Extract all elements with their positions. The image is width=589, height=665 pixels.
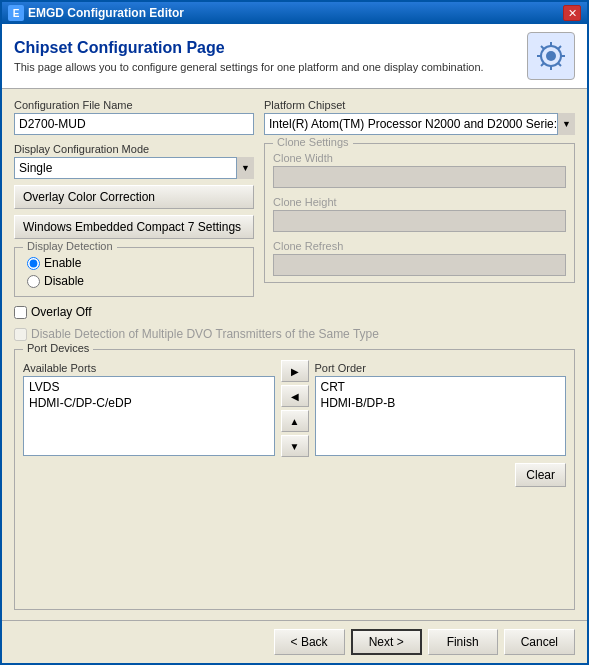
header-icon xyxy=(527,32,575,80)
config-file-input[interactable]: D2700-MUD xyxy=(14,113,254,135)
port-order-hdmi-b[interactable]: HDMI-B/DP-B xyxy=(318,395,564,411)
clear-row: Clear xyxy=(23,463,566,487)
svg-line-7 xyxy=(558,63,561,66)
page-header-text: Chipset Configuration Page This page all… xyxy=(14,39,484,73)
display-config-mode-select[interactable]: SingleCloneExtended xyxy=(14,157,254,179)
available-port-lvds[interactable]: LVDS xyxy=(26,379,272,395)
clone-width-group: Clone Width xyxy=(273,152,566,188)
port-devices-inner: Available Ports LVDS HDMI-C/DP-C/eDP ▶ ◀… xyxy=(23,356,566,457)
clone-height-group: Clone Height xyxy=(273,196,566,232)
disable-dvo-row: Disable Detection of Multiple DVO Transm… xyxy=(14,327,575,341)
title-bar-left: E EMGD Configuration Editor xyxy=(8,5,184,21)
main-window: E EMGD Configuration Editor ✕ Chipset Co… xyxy=(0,0,589,665)
clone-width-input xyxy=(273,166,566,188)
page-title: Chipset Configuration Page xyxy=(14,39,484,57)
port-order-listbox[interactable]: CRT HDMI-B/DP-B xyxy=(315,376,567,456)
config-file-label: Configuration File Name xyxy=(14,99,254,111)
move-right-button[interactable]: ▶ xyxy=(281,360,309,382)
clear-button[interactable]: Clear xyxy=(515,463,566,487)
clone-refresh-input xyxy=(273,254,566,276)
display-detection-group: Display Detection Enable Disable xyxy=(14,247,254,297)
disable-dvo-checkbox xyxy=(14,328,27,341)
enable-radio-label[interactable]: Enable xyxy=(27,256,245,270)
enable-radio[interactable] xyxy=(27,257,40,270)
available-port-hdmi-c[interactable]: HDMI-C/DP-C/eDP xyxy=(26,395,272,411)
middle-row: Display Configuration Mode SingleCloneEx… xyxy=(14,143,575,297)
right-col-2: Clone Settings Clone Width Clone Height … xyxy=(264,143,575,297)
clone-settings-group: Clone Settings Clone Width Clone Height … xyxy=(264,143,575,283)
overlay-off-checkbox[interactable] xyxy=(14,306,27,319)
move-left-button[interactable]: ◀ xyxy=(281,385,309,407)
page-header: Chipset Configuration Page This page all… xyxy=(2,24,587,89)
left-col: Configuration File Name D2700-MUD xyxy=(14,99,254,135)
config-file-group: Configuration File Name D2700-MUD xyxy=(14,99,254,135)
available-ports-listbox[interactable]: LVDS HDMI-C/DP-C/eDP xyxy=(23,376,275,456)
display-config-mode-select-wrapper: SingleCloneExtended ▼ xyxy=(14,157,254,179)
disable-radio-text: Disable xyxy=(44,274,84,288)
port-order-crt[interactable]: CRT xyxy=(318,379,564,395)
platform-chipset-group: Platform Chipset Intel(R) Atom(TM) Proce… xyxy=(264,99,575,135)
overlay-color-button[interactable]: Overlay Color Correction xyxy=(14,185,254,209)
svg-point-1 xyxy=(546,51,556,61)
move-up-button[interactable]: ▲ xyxy=(281,410,309,432)
display-detection-title: Display Detection xyxy=(23,240,117,252)
svg-line-8 xyxy=(558,46,561,49)
win-embedded-button[interactable]: Windows Embedded Compact 7 Settings xyxy=(14,215,254,239)
page-subtitle: This page allows you to configure genera… xyxy=(14,61,484,73)
overlay-off-row: Overlay Off xyxy=(14,305,575,319)
svg-line-6 xyxy=(541,46,544,49)
port-devices-box: Port Devices Available Ports LVDS HDMI-C… xyxy=(14,349,575,610)
right-col: Platform Chipset Intel(R) Atom(TM) Proce… xyxy=(264,99,575,135)
finish-button[interactable]: Finish xyxy=(428,629,498,655)
display-config-mode-label: Display Configuration Mode xyxy=(14,143,254,155)
display-config-mode-group: Display Configuration Mode SingleCloneEx… xyxy=(14,143,254,179)
clone-width-label: Clone Width xyxy=(273,152,566,164)
available-ports-label: Available Ports xyxy=(23,362,275,374)
window-title: EMGD Configuration Editor xyxy=(28,6,184,20)
top-row: Configuration File Name D2700-MUD Platfo… xyxy=(14,99,575,135)
platform-chipset-select[interactable]: Intel(R) Atom(TM) Processor N2000 and D2… xyxy=(264,113,575,135)
clone-settings-title: Clone Settings xyxy=(273,136,353,148)
disable-dvo-label: Disable Detection of Multiple DVO Transm… xyxy=(31,327,379,341)
port-devices-title: Port Devices xyxy=(23,342,93,354)
cancel-button[interactable]: Cancel xyxy=(504,629,575,655)
close-button[interactable]: ✕ xyxy=(563,5,581,21)
overlay-off-label: Overlay Off xyxy=(31,305,91,319)
next-button[interactable]: Next > xyxy=(351,629,422,655)
platform-chipset-select-wrapper: Intel(R) Atom(TM) Processor N2000 and D2… xyxy=(264,113,575,135)
disable-radio-label[interactable]: Disable xyxy=(27,274,245,288)
port-order-label: Port Order xyxy=(315,362,567,374)
settings-icon xyxy=(533,38,569,74)
content-area: Configuration File Name D2700-MUD Platfo… xyxy=(2,89,587,620)
app-icon: E xyxy=(8,5,24,21)
arrow-buttons: ▶ ◀ ▲ ▼ xyxy=(281,360,309,457)
clone-fields: Clone Width Clone Height Clone Refresh xyxy=(273,148,566,276)
disable-radio[interactable] xyxy=(27,275,40,288)
platform-chipset-label: Platform Chipset xyxy=(264,99,575,111)
enable-radio-text: Enable xyxy=(44,256,81,270)
clone-height-input xyxy=(273,210,566,232)
back-button[interactable]: < Back xyxy=(274,629,345,655)
clone-height-label: Clone Height xyxy=(273,196,566,208)
port-order-panel: Port Order CRT HDMI-B/DP-B xyxy=(315,362,567,456)
display-detection-radios: Enable Disable xyxy=(23,252,245,290)
left-col-2: Display Configuration Mode SingleCloneEx… xyxy=(14,143,254,297)
move-down-button[interactable]: ▼ xyxy=(281,435,309,457)
svg-line-9 xyxy=(541,63,544,66)
footer: < Back Next > Finish Cancel xyxy=(2,620,587,663)
clone-refresh-label: Clone Refresh xyxy=(273,240,566,252)
clone-refresh-group: Clone Refresh xyxy=(273,240,566,276)
available-ports-panel: Available Ports LVDS HDMI-C/DP-C/eDP xyxy=(23,362,275,456)
title-bar: E EMGD Configuration Editor ✕ xyxy=(2,2,587,24)
